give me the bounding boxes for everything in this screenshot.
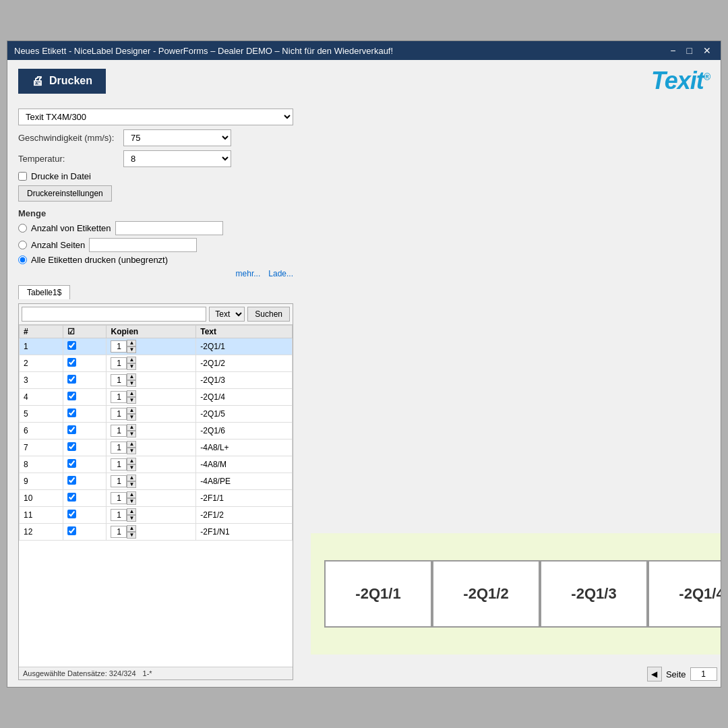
cell-check[interactable] xyxy=(63,524,107,541)
kopien-input[interactable] xyxy=(111,458,127,471)
kopien-down[interactable]: ▼ xyxy=(127,464,136,471)
anzahl-seiten-input[interactable] xyxy=(89,238,197,252)
search-type-select[interactable]: Text xyxy=(209,307,245,322)
kopien-up[interactable]: ▲ xyxy=(127,508,136,515)
kopien-down[interactable]: ▼ xyxy=(127,363,136,370)
mehr-link[interactable]: mehr... xyxy=(236,269,261,278)
cell-check[interactable] xyxy=(63,372,107,389)
row-checkbox[interactable] xyxy=(67,459,76,468)
kopien-down[interactable]: ▼ xyxy=(127,397,136,404)
cell-check[interactable] xyxy=(63,473,107,490)
kopien-up[interactable]: ▲ xyxy=(127,475,136,481)
kopien-input[interactable] xyxy=(111,357,127,369)
anzahl-etiketten-radio[interactable] xyxy=(18,224,27,233)
cell-check[interactable] xyxy=(63,456,107,473)
kopien-up[interactable]: ▲ xyxy=(127,441,136,448)
kopien-up[interactable]: ▲ xyxy=(127,357,136,363)
kopien-up[interactable]: ▲ xyxy=(127,390,136,397)
cell-check[interactable] xyxy=(63,423,107,439)
kopien-spinner[interactable]: ▲ ▼ xyxy=(111,373,191,387)
table-row[interactable]: 1 ▲ ▼ -2Q1/1 xyxy=(20,338,293,355)
kopien-spinner[interactable]: ▲ ▼ xyxy=(111,390,191,404)
cell-check[interactable] xyxy=(63,490,107,507)
kopien-down[interactable]: ▼ xyxy=(127,346,136,353)
row-checkbox[interactable] xyxy=(67,476,76,485)
prev-page-button[interactable]: ◀ xyxy=(647,667,662,681)
kopien-up[interactable]: ▲ xyxy=(127,424,136,431)
cell-check[interactable] xyxy=(63,338,107,355)
kopien-input[interactable] xyxy=(111,374,127,386)
speed-select[interactable]: 75 xyxy=(123,129,231,146)
table-row[interactable]: 7 ▲ ▼ -4A8/L+ xyxy=(20,439,293,456)
row-checkbox[interactable] xyxy=(67,442,76,451)
kopien-input[interactable] xyxy=(111,425,127,437)
cell-check[interactable] xyxy=(63,406,107,423)
table-row[interactable]: 6 ▲ ▼ -2Q1/6 xyxy=(20,423,293,439)
kopien-input[interactable] xyxy=(111,391,127,403)
restore-button[interactable]: □ xyxy=(684,45,695,56)
kopien-down[interactable]: ▼ xyxy=(127,481,136,488)
kopien-down[interactable]: ▼ xyxy=(127,380,136,387)
table-row[interactable]: 12 ▲ ▼ -2F1/N1 xyxy=(20,524,293,541)
lade-link[interactable]: Lade... xyxy=(268,269,293,278)
kopien-spinner[interactable]: ▲ ▼ xyxy=(111,525,191,539)
row-checkbox[interactable] xyxy=(67,493,76,502)
kopien-input[interactable] xyxy=(111,475,127,487)
kopien-up[interactable]: ▲ xyxy=(127,340,136,346)
kopien-up[interactable]: ▲ xyxy=(127,373,136,380)
cell-check[interactable] xyxy=(63,389,107,406)
search-input[interactable] xyxy=(22,307,206,322)
search-button[interactable]: Suchen xyxy=(247,307,290,322)
row-checkbox[interactable] xyxy=(67,408,76,417)
kopien-spinner[interactable]: ▲ ▼ xyxy=(111,357,191,370)
row-checkbox[interactable] xyxy=(67,392,76,400)
table-row[interactable]: 5 ▲ ▼ -2Q1/5 xyxy=(20,406,293,423)
kopien-down[interactable]: ▼ xyxy=(127,532,136,539)
printer-settings-button[interactable]: Druckereinstellungen xyxy=(18,185,112,202)
kopien-input[interactable] xyxy=(111,526,127,538)
table-row[interactable]: 2 ▲ ▼ -2Q1/2 xyxy=(20,355,293,372)
anzahl-etiketten-input[interactable] xyxy=(115,221,223,235)
page-input[interactable] xyxy=(690,667,717,681)
table-row[interactable]: 3 ▲ ▼ -2Q1/3 xyxy=(20,372,293,389)
kopien-spinner[interactable]: ▲ ▼ xyxy=(111,508,191,522)
row-checkbox[interactable] xyxy=(67,375,76,384)
table-row[interactable]: 11 ▲ ▼ -2F1/2 xyxy=(20,507,293,524)
kopien-spinner[interactable]: ▲ ▼ xyxy=(111,491,191,505)
kopien-down[interactable]: ▼ xyxy=(127,431,136,437)
cell-check[interactable] xyxy=(63,507,107,524)
kopien-up[interactable]: ▲ xyxy=(127,525,136,532)
minimize-button[interactable]: − xyxy=(667,45,678,56)
temp-select[interactable]: 8 xyxy=(123,150,231,167)
alle-etiketten-radio[interactable] xyxy=(18,255,27,264)
table-row[interactable]: 9 ▲ ▼ -4A8/PE xyxy=(20,473,293,490)
kopien-spinner[interactable]: ▲ ▼ xyxy=(111,458,191,471)
row-checkbox[interactable] xyxy=(67,510,76,518)
kopien-input[interactable] xyxy=(111,408,127,420)
cell-check[interactable] xyxy=(63,355,107,372)
table-row[interactable]: 4 ▲ ▼ -2Q1/4 xyxy=(20,389,293,406)
kopien-input[interactable] xyxy=(111,340,127,353)
row-checkbox[interactable] xyxy=(67,358,76,367)
table-row[interactable]: 8 ▲ ▼ -4A8/M xyxy=(20,456,293,473)
close-button[interactable]: ✕ xyxy=(700,45,714,56)
kopien-down[interactable]: ▼ xyxy=(127,515,136,522)
printer-select[interactable]: Texit TX4M/300 xyxy=(18,109,293,125)
cell-check[interactable] xyxy=(63,439,107,456)
kopien-down[interactable]: ▼ xyxy=(127,498,136,505)
kopien-input[interactable] xyxy=(111,442,127,454)
row-checkbox[interactable] xyxy=(67,425,76,434)
kopien-spinner[interactable]: ▲ ▼ xyxy=(111,475,191,488)
kopien-spinner[interactable]: ▲ ▼ xyxy=(111,340,191,353)
kopien-input[interactable] xyxy=(111,492,127,504)
anzahl-seiten-radio[interactable] xyxy=(18,241,27,249)
kopien-up[interactable]: ▲ xyxy=(127,491,136,498)
kopien-input[interactable] xyxy=(111,509,127,521)
kopien-up[interactable]: ▲ xyxy=(127,458,136,464)
table-row[interactable]: 10 ▲ ▼ -2F1/1 xyxy=(20,490,293,507)
print-to-file-checkbox[interactable] xyxy=(18,172,27,181)
kopien-down[interactable]: ▼ xyxy=(127,414,136,421)
kopien-spinner[interactable]: ▲ ▼ xyxy=(111,424,191,437)
table-tab[interactable]: Tabelle1$ xyxy=(18,285,70,299)
table-scroll[interactable]: # ☑ Kopien Text 1 ▲ ▼ -2Q1/12 xyxy=(19,325,293,667)
